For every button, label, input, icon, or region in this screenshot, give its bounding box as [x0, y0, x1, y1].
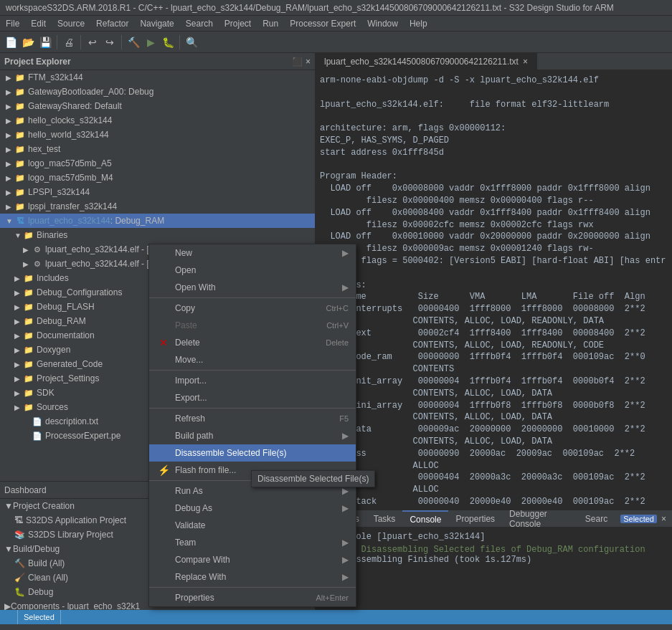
- toolbar-save-btn[interactable]: 💾: [37, 34, 53, 50]
- bottom-close-icon[interactable]: ×: [661, 514, 666, 524]
- tree-item-lpuart-project[interactable]: ▼ 🏗 lpuart_echo_s32k144: Debug_RAM: [0, 214, 315, 228]
- ctx-export[interactable]: Export...: [149, 389, 356, 406]
- tree-arrow: ▶: [14, 275, 23, 282]
- tree-label: hello_world_s32k144: [28, 130, 109, 140]
- section-arrow: ▼: [4, 544, 13, 554]
- toolbar-print-btn[interactable]: 🖨: [61, 34, 77, 50]
- item-label: Build (All): [28, 558, 65, 568]
- tree-arrow: ▶: [6, 74, 14, 82]
- ctx-arrow-new: ▶: [342, 248, 349, 258]
- ctx-shortcut-paste: Ctrl+V: [326, 321, 349, 330]
- project-icon: 🏗: [14, 215, 26, 226]
- tree-item-logo-a5[interactable]: ▶ 📁 logo_mac57d5mb_A5: [0, 156, 315, 171]
- tree-item-gateway-boot[interactable]: ▶ 📁 GatewayBootloader_A00: Debug: [0, 85, 315, 99]
- tree-item-gateway-shared[interactable]: ▶ 📁 GatewayShared: Default: [0, 99, 315, 113]
- toolbar-redo-btn[interactable]: ↪: [102, 34, 118, 50]
- tab-search[interactable]: Searc: [578, 510, 615, 528]
- tab-console[interactable]: Console: [402, 510, 448, 528]
- ctx-label: New: [175, 248, 192, 258]
- gear-icon: ⚙: [32, 244, 43, 255]
- tree-item-lpspi-transfer[interactable]: ▶ 📁 lpspi_transfer_s32k144: [0, 199, 315, 214]
- menu-project[interactable]: Project: [219, 16, 257, 32]
- ctx-open[interactable]: Open: [149, 262, 356, 279]
- menu-edit[interactable]: Edit: [25, 16, 52, 32]
- tab-debugger-console[interactable]: Debugger Console: [502, 510, 578, 528]
- ctx-compare-with[interactable]: Compare With ▶: [149, 551, 356, 568]
- ctx-refresh[interactable]: Refresh F5: [149, 410, 356, 427]
- ctx-flash[interactable]: ⚡ Flash from file...: [149, 462, 356, 479]
- ctx-copy[interactable]: Copy Ctrl+C: [149, 300, 356, 317]
- toolbar-sep-3: [121, 35, 122, 49]
- toolbar-run-btn[interactable]: ▶: [143, 34, 158, 50]
- tree-label: lpspi_transfer_s32k144: [28, 201, 117, 211]
- toolbar-new-btn[interactable]: 📄: [3, 34, 19, 50]
- toolbar-build-btn[interactable]: 🔨: [126, 34, 141, 50]
- tree-arrow: ▶: [6, 88, 14, 96]
- folder-icon: 📁: [14, 186, 26, 198]
- menu-file[interactable]: File: [0, 16, 25, 32]
- menu-search[interactable]: Search: [180, 16, 219, 32]
- ctx-run-as[interactable]: Run As ▶: [149, 482, 356, 500]
- folder-icon: 📁: [23, 401, 34, 413]
- menu-window[interactable]: Window: [361, 16, 404, 32]
- ctx-disassemble[interactable]: Disassemble Selected File(s): [149, 444, 356, 462]
- tree-item-hello-clocks[interactable]: ▶ 📁 hello_clocks_s32k144: [0, 113, 315, 128]
- project-explorer-title: Project Explorer: [4, 57, 71, 67]
- ctx-properties[interactable]: Properties Alt+Enter: [149, 589, 356, 606]
- ctx-shortcut-delete: Delete: [326, 338, 349, 347]
- ctx-label: Compare With: [175, 555, 230, 565]
- bottom-content: Id Console [lpuart_echo_s32k144] 34 ****…: [316, 528, 672, 610]
- folder-icon: 📁: [14, 143, 26, 155]
- menu-processor-expert[interactable]: Processor Expert: [284, 16, 361, 32]
- tree-item-ftm[interactable]: ▶ 📁 FTM_s32k144: [0, 70, 315, 85]
- tree-arrow: ▶: [14, 389, 23, 397]
- toolbar-search-btn[interactable]: 🔍: [184, 34, 199, 50]
- ctx-validate[interactable]: Validate: [149, 517, 356, 534]
- ctx-team[interactable]: Team ▶: [149, 534, 356, 551]
- toolbar-open-btn[interactable]: 📂: [20, 34, 36, 50]
- ctx-debug-as[interactable]: Debug As ▶: [149, 500, 356, 517]
- ctx-delete[interactable]: ✕ Delete Delete: [149, 334, 356, 351]
- ctx-import[interactable]: Import...: [149, 372, 356, 389]
- explorer-minimize-icon[interactable]: ⬛: [292, 57, 303, 67]
- tree-item-binaries[interactable]: ▼ 📁 Binaries: [0, 228, 315, 242]
- explorer-close-icon[interactable]: ×: [306, 57, 311, 67]
- tree-item-logo-m4[interactable]: ▶ 📁 logo_mac57d5mb_M4: [0, 171, 315, 185]
- ctx-label: Flash from file...: [175, 465, 236, 475]
- menu-refactor[interactable]: Refactor: [90, 16, 134, 32]
- ctx-paste[interactable]: Paste Ctrl+V: [149, 317, 356, 334]
- folder-icon: 📁: [14, 100, 26, 112]
- menu-source[interactable]: Source: [52, 16, 90, 32]
- menu-navigate[interactable]: Navigate: [134, 16, 179, 32]
- menu-help[interactable]: Help: [404, 16, 433, 32]
- console-title: Id Console [lpuart_echo_s32k144]: [320, 532, 668, 542]
- ctx-arrow-debug-as: ▶: [342, 503, 349, 513]
- ctx-label: Replace With: [175, 572, 226, 582]
- title-text: workspaceS32DS.ARM.2018.R1 - C/C++ - lpu…: [6, 3, 614, 13]
- tree-arrow: ▶: [6, 145, 14, 153]
- ctx-replace-with[interactable]: Replace With ▶: [149, 568, 356, 586]
- tree-arrow: ▶: [6, 174, 14, 182]
- tree-label-config: : Debug_RAM: [110, 216, 164, 226]
- ctx-move[interactable]: Move...: [149, 351, 356, 368]
- tree-label: Binaries: [37, 230, 67, 240]
- ctx-build-path[interactable]: Build path ▶: [149, 427, 356, 444]
- file-icon: 📄: [32, 430, 43, 442]
- ctx-label: Validate: [175, 520, 205, 530]
- tab-tasks[interactable]: Tasks: [366, 510, 403, 528]
- editor-tab-label: lpuart_echo_s32k144500806709000642126211…: [324, 57, 519, 67]
- toolbar-debug-btn[interactable]: 🐛: [160, 34, 176, 50]
- tree-item-lpspi[interactable]: ▶ 📁 LPSPI_s32k144: [0, 185, 315, 199]
- editor-tab-main[interactable]: lpuart_echo_s32k144500806709000642126211…: [316, 53, 537, 70]
- ctx-arrow-open-with: ▶: [342, 282, 349, 292]
- ctx-label: Team: [175, 538, 196, 548]
- tree-item-hex[interactable]: ▶ 📁 hex_test: [0, 142, 315, 156]
- folder-icon: 📁: [14, 72, 26, 83]
- ctx-new[interactable]: New ▶: [149, 244, 356, 262]
- ctx-open-with[interactable]: Open With ▶: [149, 279, 356, 296]
- menu-run[interactable]: Run: [257, 16, 284, 32]
- tree-item-hello-world[interactable]: ▶ 📁 hello_world_s32k144: [0, 128, 315, 142]
- tab-properties[interactable]: Properties: [448, 510, 502, 528]
- editor-tab-close-icon[interactable]: ×: [523, 57, 528, 67]
- toolbar-undo-btn[interactable]: ↩: [85, 34, 100, 50]
